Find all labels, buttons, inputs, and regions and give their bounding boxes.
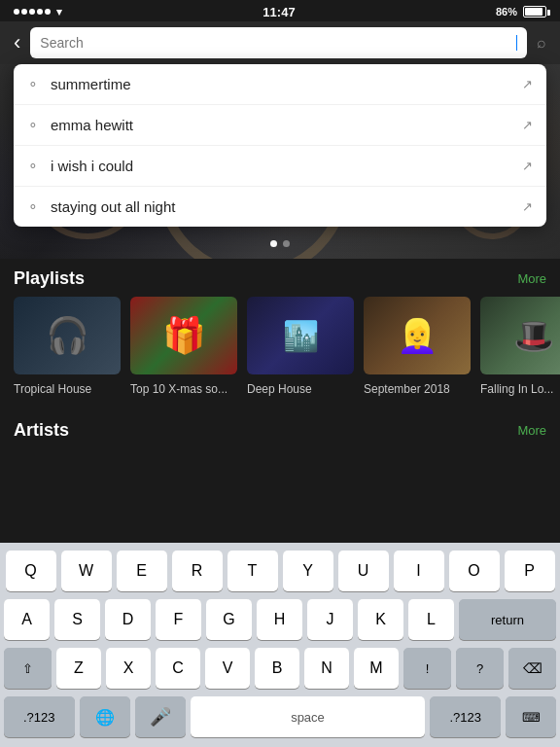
playlist-thumb-1 xyxy=(130,297,237,374)
key-s[interactable]: S xyxy=(54,599,100,640)
key-t[interactable]: T xyxy=(228,551,278,591)
artists-title: Artists xyxy=(14,420,69,441)
key-v[interactable]: V xyxy=(205,648,250,689)
key-z[interactable]: Z xyxy=(56,648,101,689)
ac-search-icon-3: ⚬ xyxy=(27,159,39,174)
keyboard-row-1: Q W E R T Y U I O P xyxy=(4,551,556,591)
key-k[interactable]: K xyxy=(358,599,403,640)
key-y[interactable]: Y xyxy=(283,551,333,591)
ac-search-icon-1: ⚬ xyxy=(27,77,39,92)
keyboard-row-4: .?123 🌐 🎤 space .?123 ⌨ xyxy=(4,696,556,737)
back-button[interactable]: ‹ xyxy=(14,32,20,53)
key-n[interactable]: N xyxy=(304,648,349,689)
autocomplete-item-4[interactable]: ⚬ staying out all night ↗ xyxy=(14,187,546,227)
ac-arrow-2: ↗ xyxy=(522,118,533,132)
playlist-label-1: Top 10 X-mas so... xyxy=(130,382,228,396)
ac-search-icon-4: ⚬ xyxy=(27,199,39,215)
playlist-item-4[interactable]: Falling In Lo... xyxy=(480,297,560,397)
playlists-scroll: Tropical House Top 10 X-mas so... Deep H… xyxy=(0,297,560,407)
ac-text-1: summertime xyxy=(51,76,522,92)
key-l[interactable]: L xyxy=(408,599,454,640)
playlist-thumb-0 xyxy=(14,297,121,374)
key-e[interactable]: E xyxy=(117,551,167,591)
key-j[interactable]: J xyxy=(307,599,353,640)
search-icon[interactable]: ⌕ xyxy=(537,34,546,52)
ac-text-4: staying out all night xyxy=(51,198,522,215)
playlist-item-2[interactable]: Deep House xyxy=(247,297,354,397)
playlist-thumb-2 xyxy=(247,297,354,374)
autocomplete-dropdown: ⚬ summertime ↗ ⚬ emma hewitt ↗ ⚬ i wish … xyxy=(14,64,546,227)
key-r[interactable]: R xyxy=(172,551,223,591)
playlist-item-0[interactable]: Tropical House xyxy=(14,297,121,397)
key-u[interactable]: U xyxy=(338,551,389,591)
battery-percent: 86% xyxy=(496,6,517,18)
key-p[interactable]: P xyxy=(505,551,555,591)
playlist-item-1[interactable]: Top 10 X-mas so... xyxy=(130,297,237,397)
key-x[interactable]: X xyxy=(106,648,151,689)
signal-indicator xyxy=(14,9,51,15)
keyboard-row-3: ⇧ Z X C V B N M ! ? ⌫ xyxy=(4,648,556,689)
status-left: ▾ xyxy=(14,6,62,18)
search-input[interactable] xyxy=(40,35,514,51)
artists-section: Artists More xyxy=(0,407,560,448)
battery-icon xyxy=(523,6,546,18)
playlists-header: Playlists More xyxy=(0,259,560,297)
key-c[interactable]: C xyxy=(156,648,200,689)
hero-dot-1[interactable] xyxy=(270,240,277,247)
key-exclaim[interactable]: ! xyxy=(403,648,451,689)
keyboard-row-2: A S D F G H J K L return xyxy=(4,599,556,640)
key-f[interactable]: F xyxy=(156,599,201,640)
key-b[interactable]: B xyxy=(255,648,299,689)
playlists-title: Playlists xyxy=(14,268,85,289)
key-o[interactable]: O xyxy=(449,551,500,591)
key-d[interactable]: D xyxy=(105,599,151,640)
key-q[interactable]: Q xyxy=(6,551,56,591)
key-h[interactable]: H xyxy=(257,599,302,640)
playlist-label-2: Deep House xyxy=(247,382,312,396)
autocomplete-item-3[interactable]: ⚬ i wish i could ↗ xyxy=(14,146,546,187)
key-question[interactable]: ? xyxy=(456,648,504,689)
autocomplete-item-1[interactable]: ⚬ summertime ↗ xyxy=(14,64,546,105)
search-input-wrapper[interactable] xyxy=(30,27,527,58)
key-a[interactable]: A xyxy=(4,599,50,640)
ac-text-3: i wish i could xyxy=(51,158,522,174)
playlists-more[interactable]: More xyxy=(517,271,546,286)
key-globe[interactable]: 🌐 xyxy=(80,696,130,737)
key-delete[interactable]: ⌫ xyxy=(508,648,556,689)
playlist-thumb-4 xyxy=(480,297,560,374)
key-i[interactable]: I xyxy=(394,551,444,591)
ac-arrow-1: ↗ xyxy=(522,77,533,91)
hero-pagination xyxy=(0,240,560,247)
playlist-item-3[interactable]: September 2018 xyxy=(364,297,471,397)
ac-search-icon-2: ⚬ xyxy=(27,118,39,133)
playlist-thumb-3 xyxy=(364,297,471,374)
ac-arrow-4: ↗ xyxy=(522,199,533,214)
wifi-icon: ▾ xyxy=(56,6,62,18)
key-shift[interactable]: ⇧ xyxy=(4,648,52,689)
artists-more[interactable]: More xyxy=(517,423,546,438)
key-w[interactable]: W xyxy=(61,551,112,591)
search-bar: ‹ ⌕ xyxy=(0,21,560,64)
playlist-label-0: Tropical House xyxy=(14,382,91,396)
status-time: 11:47 xyxy=(262,5,295,19)
key-m[interactable]: M xyxy=(354,648,399,689)
playlist-label-4: Falling In Lo... xyxy=(480,382,553,396)
ac-arrow-3: ↗ xyxy=(522,159,533,173)
key-keyboard[interactable]: ⌨ xyxy=(506,696,556,737)
playlists-section: Playlists More Tropical House Top 10 X-m… xyxy=(0,259,560,407)
playlist-label-3: September 2018 xyxy=(364,382,450,396)
keyboard: Q W E R T Y U I O P A S D F G H J K L re… xyxy=(0,543,560,747)
key-mic[interactable]: 🎤 xyxy=(135,696,186,737)
ac-text-2: emma hewitt xyxy=(51,117,522,133)
key-g[interactable]: G xyxy=(206,599,252,640)
key-space[interactable]: space xyxy=(191,696,426,737)
autocomplete-item-2[interactable]: ⚬ emma hewitt ↗ xyxy=(14,105,546,146)
key-numbers[interactable]: .?123 xyxy=(4,696,75,737)
key-numbers-right[interactable]: .?123 xyxy=(430,696,501,737)
status-right: 86% xyxy=(496,6,546,18)
artists-header: Artists More xyxy=(0,410,560,448)
status-bar: ▾ 11:47 86% xyxy=(0,0,560,21)
key-return[interactable]: return xyxy=(459,599,556,640)
hero-dot-2[interactable] xyxy=(283,240,290,247)
